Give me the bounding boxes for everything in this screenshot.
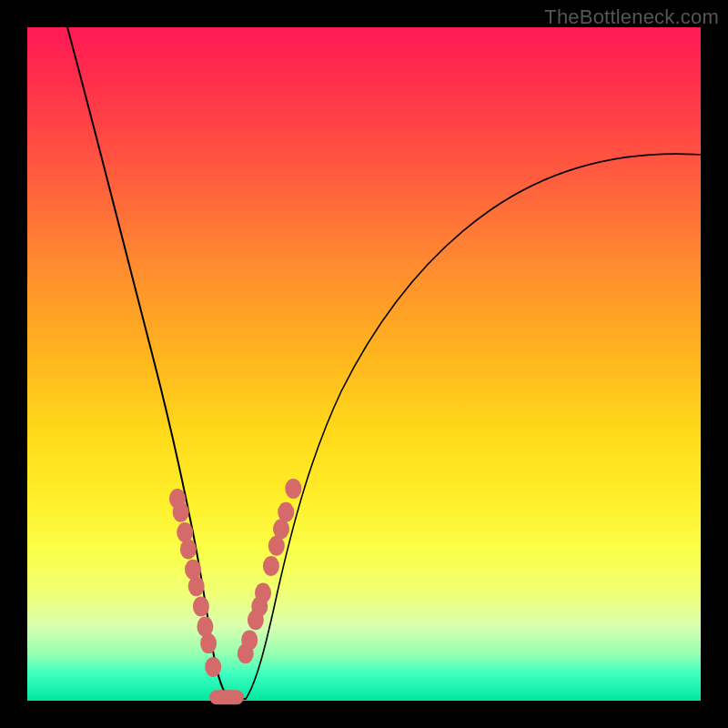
marker-left-3 xyxy=(180,540,197,560)
plot-area xyxy=(27,27,701,701)
markers-bottom xyxy=(209,690,244,704)
markers-left xyxy=(169,489,221,677)
marker-right-4 xyxy=(255,583,271,603)
marker-left-4 xyxy=(185,560,201,580)
curve-layer xyxy=(27,27,701,701)
markers-right xyxy=(238,479,302,663)
marker-left-1 xyxy=(173,502,189,522)
marker-left-9 xyxy=(205,657,221,677)
marker-right-1 xyxy=(241,630,258,650)
marker-bottom-1 xyxy=(220,690,244,704)
marker-right-8 xyxy=(278,502,294,522)
marker-left-2 xyxy=(177,522,193,542)
marker-right-9 xyxy=(285,479,301,499)
marker-right-5 xyxy=(263,556,279,576)
curve-right xyxy=(246,154,701,699)
chart-frame: TheBottleneck.com xyxy=(0,0,728,728)
marker-left-7 xyxy=(197,617,213,637)
watermark-text: TheBottleneck.com xyxy=(544,5,719,29)
marker-left-6 xyxy=(193,596,209,616)
marker-left-8 xyxy=(200,633,217,653)
marker-left-5 xyxy=(188,576,205,596)
